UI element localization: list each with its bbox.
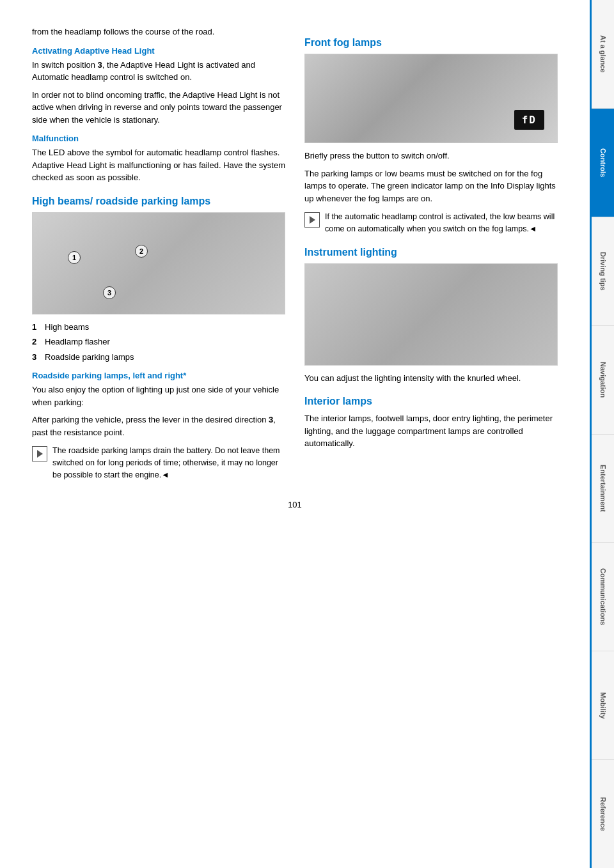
- malfunction-heading: Malfunction: [32, 134, 285, 143]
- page-number: 101: [32, 500, 558, 509]
- arrow-inner: [37, 450, 43, 458]
- sidebar-item-at-a-glance[interactable]: At a glance: [592, 0, 614, 109]
- sidebar-item-reference[interactable]: Reference: [592, 760, 614, 868]
- list-item-2: 2 Headlamp flasher: [32, 336, 285, 348]
- circle-3: 3: [103, 286, 116, 299]
- list-item-3: 3 Roadside parking lamps: [32, 351, 285, 364]
- list-item-1: 1 High beams: [32, 321, 285, 334]
- sidebar-item-mobility[interactable]: Mobility: [592, 651, 614, 760]
- note-arrow-icon: [32, 446, 47, 461]
- list-item-1-num: 1: [32, 321, 41, 334]
- fog-note-text: If the automatic headlamp control is act…: [325, 211, 558, 235]
- interior-heading: Interior lamps: [304, 396, 558, 407]
- activating-p2: In order not to blind oncoming traffic, …: [32, 89, 285, 127]
- malfunction-text: The LED above the symbol for automatic h…: [32, 146, 285, 184]
- front-fog-image: [304, 54, 558, 143]
- fog-arrow-inner: [310, 216, 315, 224]
- circle-1: 1: [68, 251, 81, 264]
- list-item-2-label: Headlamp flasher: [45, 336, 110, 348]
- roadside-note: The roadside parking lamps drain the bat…: [32, 445, 285, 481]
- note-text: The roadside parking lamps drain the bat…: [52, 445, 285, 481]
- fog-note-box: If the automatic headlamp control is act…: [304, 211, 558, 235]
- roadside-p2: After parking the vehicle, press the lev…: [32, 414, 285, 438]
- list-item-1-label: High beams: [45, 321, 89, 334]
- sidebar-item-controls[interactable]: Controls: [592, 109, 614, 217]
- list-item-3-num: 3: [32, 351, 41, 364]
- sidebar: At a glance Controls Driving tips Naviga…: [590, 0, 614, 868]
- roadside-p1: You also enjoy the option of lighting up…: [32, 384, 285, 408]
- fog-note-arrow-icon: [304, 212, 320, 228]
- front-fog-heading: Front fog lamps: [304, 37, 558, 49]
- instrument-p1: You can adjust the lighting intensity wi…: [304, 372, 558, 385]
- activating-p1: In switch position 3, the Adaptive Head …: [32, 59, 285, 84]
- instrument-heading: Instrument lighting: [304, 247, 558, 258]
- fog-p2: The parking lamps or low beams must be s…: [304, 167, 558, 205]
- sidebar-item-entertainment[interactable]: Entertainment: [592, 435, 614, 543]
- numbered-list: 1 High beams 2 Headlamp flasher 3 Roadsi…: [32, 321, 285, 364]
- interior-p1: The interior lamps, footwell lamps, door…: [304, 412, 558, 450]
- main-content: from the headlamp follows the course of …: [0, 0, 590, 868]
- left-column: from the headlamp follows the course of …: [32, 26, 285, 487]
- instrument-image: [304, 263, 558, 366]
- roadside-heading: Roadside parking lamps, left and right*: [32, 371, 285, 380]
- activating-p1-bold: 3: [98, 60, 102, 70]
- right-column: Front fog lamps Briefly press the button…: [304, 26, 558, 487]
- intro-text: from the headlamp follows the course of …: [32, 26, 285, 38]
- sidebar-item-navigation[interactable]: Navigation: [592, 326, 614, 435]
- circle-2: 2: [135, 245, 148, 258]
- high-beams-heading: High beams/ roadside parking lamps: [32, 196, 285, 207]
- high-beams-image: 1 2 3: [32, 212, 285, 314]
- sidebar-item-communications[interactable]: Communications: [592, 543, 614, 651]
- activating-heading: Activating Adaptive Head Light: [32, 46, 285, 56]
- fog-p1: Briefly press the button to switch on/of…: [304, 150, 558, 162]
- sidebar-item-driving-tips[interactable]: Driving tips: [592, 217, 614, 326]
- list-item-3-label: Roadside parking lamps: [45, 351, 134, 364]
- list-item-2-num: 2: [32, 336, 41, 348]
